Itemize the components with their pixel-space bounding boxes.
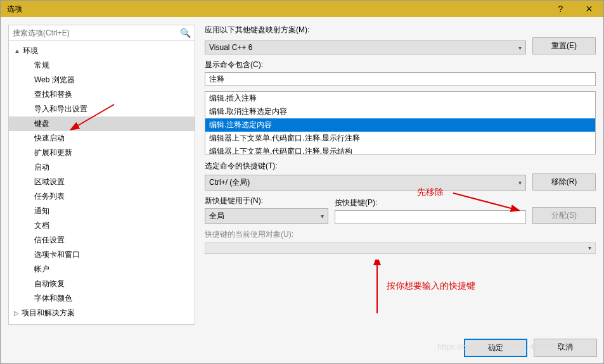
tree-parent-environment[interactable]: ▲ 环境	[9, 44, 195, 58]
chevron-down-icon: ▲	[14, 47, 20, 54]
window-title: 选项	[7, 4, 22, 15]
chevron-down-icon: ▾	[588, 244, 591, 251]
shortcut-select[interactable]: Ctrl+/ (全局) ▾	[205, 175, 526, 191]
tree-item[interactable]: 通知	[9, 204, 195, 218]
scheme-label: 应用以下其他键盘映射方案(M):	[205, 25, 596, 35]
used-label: 快捷键的当前使用对象(U):	[205, 229, 596, 240]
tree-item[interactable]: 文档	[9, 218, 195, 233]
press-shortcut-input[interactable]	[335, 210, 526, 224]
scope-select[interactable]: 全局 ▾	[205, 208, 328, 224]
settings-panel: 应用以下其他键盘映射方案(M): Visual C++ 6 ▾ 重置(E) 显示…	[205, 25, 596, 325]
tree-item[interactable]: 查找和替换	[9, 87, 195, 102]
tree-item[interactable]: 扩展和更新	[9, 146, 195, 160]
shortcut-value: Ctrl+/ (全局)	[209, 177, 250, 188]
tree-item[interactable]: 选项卡和窗口	[9, 248, 195, 262]
tree-item[interactable]: 字体和颜色	[9, 291, 195, 306]
nav-tree: ▲ 环境 常规 Web 浏览器 查找和替换 导入和导出设置 键盘 快速启动 扩展…	[9, 41, 195, 324]
options-dialog: 选项 ? × 🔍 ▲ 环境 常规 Web 浏览器 查找和替换 导入和导出设置 键…	[0, 0, 604, 364]
tree-item[interactable]: 启动	[9, 160, 195, 175]
used-select: ▾	[205, 242, 596, 254]
tree-item[interactable]: 信任设置	[9, 233, 195, 248]
tree-item-keyboard[interactable]: 键盘	[9, 116, 195, 131]
watermark: https://blog.csdn.net/m0_43456997	[437, 342, 566, 351]
close-button[interactable]: ×	[575, 1, 603, 17]
chevron-down-icon: ▾	[518, 179, 522, 186]
chevron-right-icon: ▷	[14, 310, 19, 317]
tree-item[interactable]: 常规	[9, 58, 195, 73]
nav-panel: 🔍 ▲ 环境 常规 Web 浏览器 查找和替换 导入和导出设置 键盘 快速启动 …	[8, 25, 195, 325]
search-input[interactable]	[13, 28, 180, 37]
tree-parent-projects[interactable]: ▷ 项目和解决方案	[9, 306, 195, 320]
tree-item[interactable]: 自动恢复	[9, 277, 195, 291]
shortcut-label: 选定命令的快捷键(T):	[205, 161, 596, 172]
tree-item[interactable]: 任务列表	[9, 189, 195, 204]
filter-input[interactable]	[205, 72, 596, 86]
help-button[interactable]: ?	[546, 1, 575, 17]
chevron-down-icon: ▾	[518, 44, 522, 51]
assign-button[interactable]: 分配(S)	[532, 207, 596, 224]
scheme-select[interactable]: Visual C++ 6 ▾	[205, 41, 526, 54]
search-icon[interactable]: 🔍	[180, 28, 191, 38]
search-box: 🔍	[9, 25, 195, 41]
list-item-selected[interactable]: 编辑.注释选定内容	[205, 118, 595, 132]
tree-item[interactable]: 帐户	[9, 262, 195, 277]
commands-listbox[interactable]: 编辑.插入注释 编辑.取消注释选定内容 编辑.注释选定内容 编辑器上下文菜单.代…	[205, 91, 596, 154]
reset-button[interactable]: 重置(E)	[532, 37, 596, 54]
tree-item[interactable]: 区域设置	[9, 175, 195, 189]
scope-label: 新快捷键用于(N):	[205, 196, 328, 206]
tree-item[interactable]: 快速启动	[9, 131, 195, 146]
dialog-content: 🔍 ▲ 环境 常规 Web 浏览器 查找和替换 导入和导出设置 键盘 快速启动 …	[1, 17, 603, 332]
list-item[interactable]: 编辑器上下文菜单.代码窗口.注释.显示结构	[205, 145, 595, 154]
tree-parent-label: 项目和解决方案	[22, 308, 75, 318]
filter-label: 显示命令包含(C):	[205, 60, 596, 70]
list-item[interactable]: 编辑.插入注释	[205, 92, 595, 105]
tree-item[interactable]: 导入和导出设置	[9, 102, 195, 116]
list-item[interactable]: 编辑器上下文菜单.代码窗口.注释.显示行注释	[205, 132, 595, 145]
chevron-down-icon: ▾	[321, 213, 324, 220]
titlebar: 选项 ? ×	[1, 1, 603, 17]
tree-item[interactable]: Web 浏览器	[9, 73, 195, 87]
remove-button[interactable]: 移除(R)	[532, 173, 596, 191]
tree-parent-label: 环境	[23, 46, 38, 56]
list-item[interactable]: 编辑.取消注释选定内容	[205, 105, 595, 118]
scope-value: 全局	[209, 211, 224, 222]
press-label: 按快捷键(P):	[335, 198, 526, 208]
scheme-value: Visual C++ 6	[209, 43, 253, 52]
